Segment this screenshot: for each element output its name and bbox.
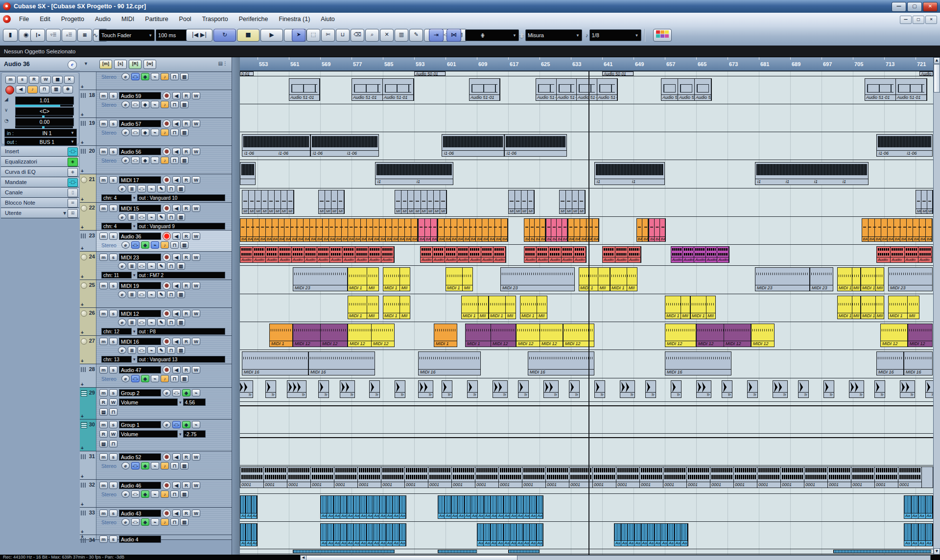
expand-track-button[interactable]: + [81,382,84,387]
audio-segment[interactable]: 0001 [734,467,757,488]
track-mute-button[interactable]: m [99,338,108,345]
audio-event-cell[interactable]: Audio [603,247,615,262]
section-state-icon[interactable]: ≡ [68,199,78,208]
audio-event-run[interactable]: AaAaAaAaAaAaAaAaAaAa [477,523,543,546]
audio-event-cell[interactable]: Aa [523,496,530,518]
midi-part[interactable]: MI [427,190,434,213]
insert-state-icon[interactable]: -□- [131,73,140,80]
audio-event-run[interactable]: AaAaAaAaAaAaAaAaAaAaAaAaAa [320,523,406,546]
lock-icon[interactable]: ⊓ [170,101,179,108]
insert-state-icon[interactable]: -□- [131,157,140,164]
audio-segment[interactable]: 0001 [640,467,663,488]
track-edit-button[interactable]: e [118,291,126,298]
midi-part[interactable]: BA [568,219,574,241]
global-m-button[interactable]: [m] [99,60,112,69]
audio-event-cell[interactable]: Audio [918,247,932,262]
audio-event-cell[interactable]: Audio [706,247,718,262]
drum-map-icon[interactable]: ≣ [128,213,136,221]
delay-value[interactable]: 0.00 [15,118,74,126]
audio-event-part[interactable]: Audio 51-01 [678,79,695,100]
midi-part[interactable]: BA [291,219,297,241]
midi-part[interactable]: BA [546,219,552,241]
monitor-button[interactable]: ◀ [172,92,181,99]
midi-part[interactable]: BA [900,219,907,241]
monitor-button[interactable]: ◀ [172,310,181,317]
audio-event-part[interactable]: Audio 51-01 [470,79,500,100]
track-write-button[interactable]: W [192,310,200,317]
audio-event-cell[interactable]: Audio [615,247,628,262]
menu-audio[interactable]: Audio [90,13,116,25]
audio-event-cell[interactable]: Audio [305,247,317,262]
mute-tool[interactable]: ✕ [380,29,394,42]
section-state-icon[interactable]: -□- [68,178,78,187]
insert-state-icon[interactable]: -□- [131,375,140,382]
channel-strip-icon[interactable]: ▥ [177,291,185,298]
track-mute-button[interactable]: m [99,510,108,517]
midi-part-run[interactable]: BABABABA [546,218,568,242]
expand-track-button[interactable]: + [81,274,84,280]
activate-project-button[interactable]: ▮ [3,29,18,42]
midi-part[interactable]: BA [438,219,445,241]
monitor-button[interactable]: ◀ [172,282,181,289]
insert-state-icon[interactable]: -□- [138,213,146,221]
track-mute-button[interactable]: m [99,453,108,461]
expand-track-button[interactable]: + [81,112,84,117]
midi-part-run[interactable]: BABABABABABABABABABABA [862,218,933,242]
insert-state-icon[interactable]: -□- [131,129,140,136]
midi-part[interactable]: BA [907,219,913,241]
audio-event-part[interactable]: Audio 51-01 [536,79,557,100]
audio-event-part[interactable]: Audio 51-01 [289,79,320,100]
monitor-button[interactable]: ◀ [172,453,181,461]
expand-track-button[interactable]: + [81,445,84,451]
audio-hit-event[interactable]: Tr [493,380,508,398]
track-solo-button[interactable]: s [109,205,118,212]
audio-event-cell[interactable]: Aa [497,524,503,546]
track-name[interactable]: Group 1 [119,421,161,428]
midi-part[interactable]: BA [476,219,482,241]
audio-event-cell[interactable]: Aa [918,496,926,518]
grid-type-select[interactable]: Misura▼ [525,29,582,41]
track-edit-button[interactable]: e [121,101,130,108]
track-read-button[interactable]: R [182,338,190,345]
vertical-scroll-thumb[interactable] [934,64,940,93]
channel-strip-icon[interactable]: ▥ [180,375,188,382]
section-state-icon[interactable]: -□- [68,147,78,156]
audio-segment[interactable]: 0001 [898,467,922,488]
audio-event-cell[interactable]: Aa [334,496,340,518]
midi-part[interactable]: BA [354,219,361,241]
track-mute-button[interactable]: m [99,205,108,212]
record-enable-button[interactable] [163,119,171,128]
lock-icon[interactable]: ⊓ [167,291,175,298]
track-edit-button[interactable]: e [121,157,130,164]
midi-part[interactable]: MI [560,190,566,213]
midi-part[interactable]: MI [395,190,401,213]
audio-event-part[interactable]: Audio 51-01 [577,79,597,100]
track-write-button[interactable]: W [192,453,200,461]
midi-part-run[interactable]: BABABABABA [568,218,599,242]
read-button[interactable]: R [29,76,39,84]
audio-event-partial[interactable] [508,550,540,553]
track-read-button[interactable]: R [182,310,190,317]
scroll-up-arrow[interactable]: ▲ [934,57,940,64]
delay-value-bar[interactable] [15,126,73,128]
stop-button[interactable]: ■ [237,29,259,42]
midi-part-yellow[interactable]: MIDI 1MII [837,296,861,319]
audio-event-cell[interactable]: Aa [252,524,257,546]
send-state-icon[interactable]: ⌁ [147,319,156,326]
send-state-icon[interactable]: ⌁ [147,291,156,298]
midi-part[interactable]: BA [348,219,354,241]
track-row-30[interactable]: 30+msGroup 1e-□-◈⌁RWVolume▾-2.75▤⊓ [80,420,232,451]
audio-event-cell[interactable]: Aa [904,524,912,546]
record-enable-button[interactable] [163,147,171,156]
midi-part[interactable]: BA [535,219,540,241]
expand-track-button[interactable]: + [81,197,84,202]
track-solo-button[interactable]: s [109,92,118,99]
track-edit-button[interactable]: e [121,73,130,80]
midi-part[interactable]: BA [489,219,495,241]
track-name[interactable]: MIDI 19 [119,282,161,289]
section-state-icon[interactable]: ◈ [68,168,78,177]
midi-part-yellow[interactable]: MIDI 1MII [383,296,410,319]
menu-edit[interactable]: Edit [34,13,56,25]
midi-part[interactable]: MI [338,190,344,213]
menu-file[interactable]: File [14,13,34,25]
